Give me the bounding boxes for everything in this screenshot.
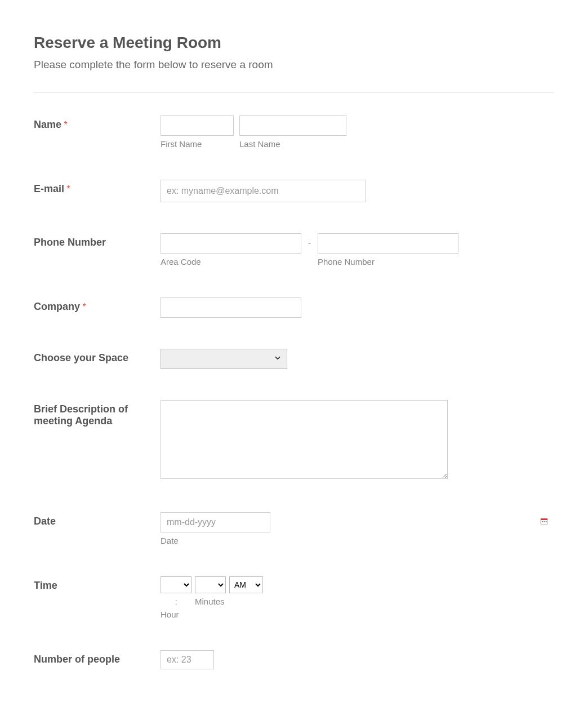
svg-rect-4 [546, 521, 547, 522]
space-label: Choose your Space [34, 352, 128, 363]
hour-sublabel: Hour [161, 610, 191, 619]
agenda-textarea[interactable] [161, 400, 448, 479]
last-name-input[interactable] [239, 116, 346, 136]
page-subtitle: Please complete the form below to reserv… [34, 59, 554, 71]
svg-rect-0 [541, 518, 547, 525]
date-sublabel: Date [161, 536, 554, 545]
people-input[interactable] [161, 650, 214, 669]
phone-label: Phone Number [34, 237, 106, 248]
agenda-label: Brief Description of meeting Agenda [34, 403, 128, 427]
divider [34, 92, 554, 93]
company-label: Company [34, 301, 80, 312]
hour-select[interactable] [161, 576, 191, 593]
minutes-select[interactable] [195, 576, 226, 593]
name-label: Name [34, 119, 61, 130]
svg-rect-1 [541, 518, 547, 520]
last-name-sublabel: Last Name [239, 139, 346, 149]
minutes-sublabel: Minutes [195, 597, 226, 606]
required-asterisk: * [66, 184, 70, 194]
phone-row: Phone Number Area Code - Phone Number [34, 233, 554, 266]
space-select[interactable] [161, 349, 287, 369]
svg-rect-3 [544, 521, 545, 522]
area-code-input[interactable] [161, 233, 301, 254]
page-title: Reserve a Meeting Room [34, 34, 554, 52]
time-label: Time [34, 580, 57, 591]
name-row: Name * First Name Last Name [34, 116, 554, 149]
area-code-sublabel: Area Code [161, 257, 301, 266]
phone-dash: - [307, 233, 312, 247]
space-row: Choose your Space [34, 349, 554, 369]
svg-rect-2 [542, 521, 543, 522]
time-colon: : [161, 597, 191, 606]
people-row: Number of people [34, 650, 554, 669]
date-input[interactable] [161, 512, 270, 532]
first-name-input[interactable] [161, 116, 234, 136]
time-row: Time : Hour Minutes AM [34, 576, 554, 619]
company-row: Company * [34, 297, 554, 318]
email-row: E-mail * [34, 180, 554, 202]
agenda-row: Brief Description of meeting Agenda [34, 400, 554, 481]
company-input[interactable] [161, 297, 301, 318]
ampm-select[interactable]: AM [229, 576, 263, 593]
date-label: Date [34, 516, 56, 527]
email-label: E-mail [34, 183, 64, 194]
required-asterisk: * [64, 120, 67, 130]
phone-number-input[interactable] [318, 233, 458, 254]
phone-number-sublabel: Phone Number [318, 257, 458, 266]
email-input[interactable] [161, 180, 366, 202]
calendar-icon [540, 517, 549, 528]
date-row: Date Date [34, 512, 554, 545]
required-asterisk: * [82, 302, 86, 312]
first-name-sublabel: First Name [161, 139, 234, 149]
people-label: Number of people [34, 654, 120, 665]
